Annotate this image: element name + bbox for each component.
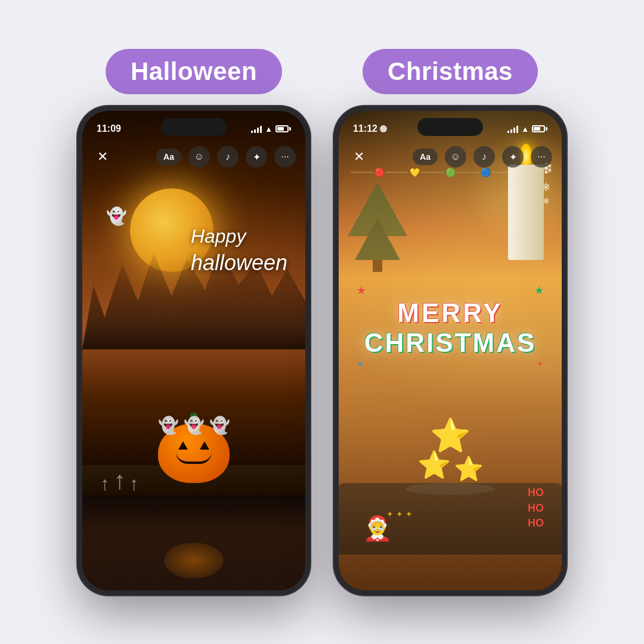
arrow-2: ↑ xyxy=(113,466,126,495)
sparkles: ✦ ✦ ✦ xyxy=(386,509,413,519)
christmas-wifi-icon: ▲ xyxy=(521,125,529,134)
halloween-background: Happy halloween 👻 👻 👻 👻 ↑ ↑ xyxy=(82,111,305,590)
ghost-3: 👻 xyxy=(209,416,230,435)
halloween-overlay-text: Happy halloween xyxy=(191,224,287,277)
santa-sticker: 🤶 xyxy=(363,515,392,543)
halloween-dynamic-island xyxy=(161,118,227,136)
wifi-icon: ▲ xyxy=(265,125,273,134)
single-ghost-sticker: 👻 xyxy=(106,206,127,226)
merry-christmas-overlay: ★ ★ MERRY CHRISTMAS ✦ ✦ xyxy=(351,284,550,369)
christmas-phone: 🔴 💛 🟢 🔵 🔴 ❄ ❄ xyxy=(334,106,566,595)
halloween-more-btn[interactable]: ··· xyxy=(274,146,296,168)
halloween-close-btn[interactable]: ✕ xyxy=(92,146,113,168)
christmas-dynamic-island xyxy=(417,118,483,136)
battery-icon xyxy=(275,125,291,132)
halloween-time: 11:09 xyxy=(97,123,121,134)
pumpkin-eyes xyxy=(178,441,209,450)
christmas-background: 🔴 💛 🟢 🔵 🔴 ❄ ❄ xyxy=(339,111,562,590)
christmas-text: CHRISTMAS xyxy=(351,328,550,358)
christmas-text-btn[interactable]: Aa xyxy=(413,148,438,165)
christmas-emoji-btn[interactable]: ☺ xyxy=(445,146,466,168)
plus-deco-right: ✦ xyxy=(537,359,544,369)
pine-tree xyxy=(348,182,407,272)
pumpkin-reflection-glow xyxy=(164,543,224,578)
christmas-signal-icon xyxy=(507,125,518,133)
christmas-battery-icon xyxy=(532,125,547,132)
halloween-emoji-btn[interactable]: ☺ xyxy=(188,146,210,168)
ghost-2: 👻 xyxy=(184,416,205,435)
volume-up-button xyxy=(78,212,79,245)
pumpkin-mouth xyxy=(176,452,212,464)
arrow-1: ↑ xyxy=(100,473,110,495)
christmas-label: Christmas xyxy=(363,49,538,94)
christmas-screen: 🔴 💛 🟢 🔵 🔴 ❄ ❄ xyxy=(339,111,562,590)
christmas-music-btn[interactable]: ♪ xyxy=(473,146,495,168)
pumpkin-eye-right xyxy=(200,441,209,450)
halloween-sparkle-btn[interactable]: ✦ xyxy=(246,146,267,168)
ho-ho-text: HOHOHO xyxy=(528,485,544,531)
arrows-area: ↑ ↑ ↑ xyxy=(100,466,139,495)
halloween-screen: Happy halloween 👻 👻 👻 👻 ↑ ↑ xyxy=(82,111,305,590)
pumpkin-face xyxy=(167,441,221,464)
star-deco-left: ★ xyxy=(357,284,366,297)
ghost-row: 👻 👻 👻 xyxy=(158,416,230,435)
halloween-phone: Happy halloween 👻 👻 👻 👻 ↑ ↑ xyxy=(78,106,310,595)
christmas-power-button xyxy=(565,194,566,236)
christmas-time: 11:12 xyxy=(353,123,377,134)
dot-indicator xyxy=(380,125,387,132)
christmas-silent-button xyxy=(334,182,336,203)
power-button xyxy=(308,194,310,236)
christmas-close-btn[interactable]: ✕ xyxy=(348,146,370,168)
star-deco-right: ★ xyxy=(534,284,544,297)
christmas-volume-down-button xyxy=(334,254,336,287)
halloween-text-btn[interactable]: Aa xyxy=(156,148,181,165)
merry-text: MERRY xyxy=(351,298,550,328)
plus-deco-left: ✦ xyxy=(357,359,364,369)
halloween-label: Halloween xyxy=(106,49,282,94)
halloween-music-btn[interactable]: ♪ xyxy=(217,146,239,168)
christmas-toolbar: ✕ Aa ☺ ♪ ✦ ··· xyxy=(339,142,562,172)
christmas-section: Christmas 🔴 💛 xyxy=(334,49,566,595)
christmas-more-btn[interactable]: ··· xyxy=(531,146,552,168)
candle-body xyxy=(508,165,544,260)
halloween-toolbar: ✕ Aa ☺ ♪ ✦ ··· xyxy=(82,142,305,172)
christmas-volume-up-button xyxy=(334,212,336,245)
halloween-status-icons: ▲ xyxy=(251,125,291,134)
signal-icon xyxy=(251,125,262,133)
pumpkin-eye-left xyxy=(178,441,188,450)
christmas-sparkle-btn[interactable]: ✦ xyxy=(502,146,524,168)
main-container: Halloween xyxy=(0,31,644,613)
silent-button xyxy=(78,182,79,203)
halloween-section: Halloween xyxy=(78,49,310,595)
volume-down-button xyxy=(78,254,79,287)
arrow-3: ↑ xyxy=(129,473,139,495)
christmas-status-icons: ▲ xyxy=(507,125,547,134)
ghost-1: 👻 xyxy=(158,416,179,435)
